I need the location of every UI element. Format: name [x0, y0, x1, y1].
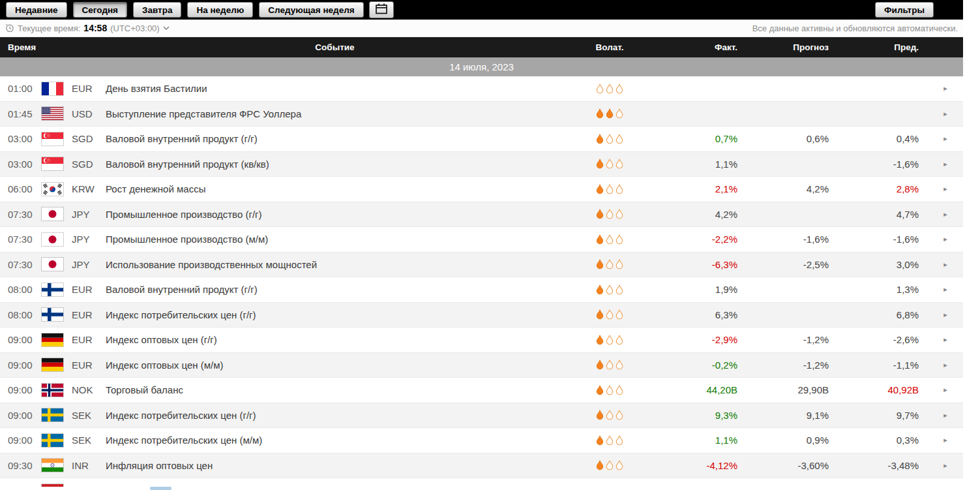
actual-value: 9,3%	[655, 410, 747, 421]
currency-code: EUR	[72, 83, 106, 94]
events-list: 01:00 EUR День взятия Бастилии ▸ 01:45 U…	[0, 76, 963, 478]
event-name[interactable]: Рост денежной массы	[106, 183, 564, 194]
toolbar-tab[interactable]: Завтра	[133, 2, 181, 18]
currency-code: EUR	[72, 284, 106, 295]
currency-code: NOK	[72, 384, 106, 395]
event-name[interactable]: Валовой внутренний продукт (г/г)	[106, 284, 564, 295]
row-detail-arrow-icon[interactable]: ▸	[928, 335, 963, 344]
event-name[interactable]: Индекс потребительских цен (м/м)	[106, 435, 564, 446]
row-detail-arrow-icon[interactable]: ▸	[928, 185, 963, 193]
event-row[interactable]: 01:45 USD Выступление представителя ФРС …	[0, 102, 963, 127]
event-name[interactable]: Валовой внутренний продукт (кв/кв)	[106, 159, 564, 170]
volatility-flames-icon	[564, 259, 655, 269]
filters-button[interactable]: Фильтры	[875, 2, 934, 18]
volatility-flames-icon	[564, 385, 655, 395]
currency-code: SEK	[72, 435, 106, 446]
volatility-flames-icon	[564, 234, 655, 245]
row-detail-arrow-icon[interactable]: ▸	[928, 110, 963, 118]
row-detail-arrow-icon[interactable]: ▸	[928, 411, 963, 420]
event-name[interactable]: День взятия Бастилии	[106, 83, 564, 94]
event-row[interactable]: 09:00 SEK Индекс потребительских цен (м/…	[0, 428, 963, 453]
event-row[interactable]: 03:00 SGD Валовой внутренний продукт (кв…	[0, 152, 963, 177]
currency-code: USD	[72, 108, 106, 119]
event-time: 03:00	[0, 159, 42, 170]
event-name[interactable]: Выступление представителя ФРС Уоллера	[106, 108, 564, 119]
row-detail-arrow-icon[interactable]: ▸	[928, 436, 963, 444]
forecast-value: 29,90B	[747, 384, 838, 395]
event-row-partial[interactable]	[0, 478, 963, 487]
previous-value: 2,8%	[838, 183, 928, 194]
event-time: 08:00	[0, 284, 42, 295]
auto-update-note: Все данные активны и обновляются автомат…	[752, 23, 958, 33]
event-name[interactable]: Торговый баланс	[106, 384, 564, 395]
event-name[interactable]: Валовой внутренний продукт (г/г)	[106, 133, 564, 144]
event-time: 09:30	[0, 460, 42, 471]
actual-value: 0,7%	[655, 133, 747, 144]
toolbar-tab[interactable]: Сегодня	[73, 2, 127, 18]
row-detail-arrow-icon[interactable]: ▸	[928, 285, 963, 294]
currency-code: JPY	[72, 234, 106, 245]
event-name[interactable]: Использование производственных мощностей	[106, 259, 564, 270]
currency-code: INR	[72, 460, 106, 471]
volatility-flames-icon	[564, 335, 655, 345]
event-name[interactable]: Индекс оптовых цен (м/м)	[106, 360, 564, 371]
event-time: 09:00	[0, 384, 42, 395]
event-name[interactable]: Индекс оптовых цен (г/г)	[106, 334, 564, 345]
event-row[interactable]: 09:00 SEK Индекс потребительских цен (г/…	[0, 403, 963, 429]
event-row[interactable]: 06:00 KRW Рост денежной массы 2,1% 4,2% …	[0, 177, 963, 202]
row-detail-arrow-icon[interactable]: ▸	[928, 235, 963, 243]
row-detail-arrow-icon[interactable]: ▸	[928, 160, 963, 168]
event-name[interactable]: Инфляция оптовых цен	[106, 460, 564, 471]
event-time: 08:00	[0, 309, 42, 320]
sweden-flag-icon	[42, 408, 72, 421]
row-detail-arrow-icon[interactable]: ▸	[928, 84, 963, 93]
row-detail-arrow-icon[interactable]: ▸	[928, 210, 963, 219]
row-detail-arrow-icon[interactable]: ▸	[928, 134, 963, 143]
row-detail-arrow-icon[interactable]: ▸	[928, 461, 963, 470]
event-time: 07:30	[0, 234, 42, 245]
toolbar-tab[interactable]: Следующая неделя	[259, 2, 363, 18]
row-detail-arrow-icon[interactable]: ▸	[928, 386, 963, 394]
row-detail-arrow-icon[interactable]: ▸	[928, 311, 963, 319]
currency-code: EUR	[72, 360, 106, 371]
event-row[interactable]: 07:30 JPY Промышленное производство (г/г…	[0, 202, 963, 228]
event-name[interactable]: Промышленное производство (г/г)	[106, 209, 564, 220]
country-flag-icon	[42, 478, 72, 487]
event-row[interactable]: 03:00 SGD Валовой внутренний продукт (г/…	[0, 127, 963, 152]
actual-value: -4,12%	[655, 460, 747, 471]
event-row[interactable]: 07:30 JPY Промышленное производство (м/м…	[0, 227, 963, 253]
previous-value: -3,48%	[838, 460, 928, 471]
toolbar-tab[interactable]: Недавние	[6, 2, 67, 18]
status-bar: Текущее время: 14:58 (UTC+03:00) Все дан…	[0, 20, 963, 37]
event-time: 07:30	[0, 209, 42, 220]
forecast-value: -1,2%	[747, 360, 838, 371]
chevron-down-icon[interactable]	[163, 26, 170, 30]
event-row[interactable]: 01:00 EUR День взятия Бастилии ▸	[0, 76, 963, 102]
event-row[interactable]: 09:00 NOK Торговый баланс 44,20B 29,90B …	[0, 378, 963, 403]
event-row[interactable]: 07:30 JPY Использование производственных…	[0, 253, 963, 278]
col-header-event: Событие	[106, 42, 564, 52]
currency-code: JPY	[72, 209, 106, 220]
volatility-flames-icon	[564, 284, 655, 295]
previous-value: 0,3%	[838, 435, 928, 446]
row-detail-arrow-icon[interactable]: ▸	[928, 260, 963, 269]
currency-code: EUR	[72, 309, 106, 320]
event-row[interactable]: 08:00 EUR Индекс потребительских цен (г/…	[0, 303, 963, 328]
event-row[interactable]: 09:00 EUR Индекс оптовых цен (г/г) -2,9%…	[0, 328, 963, 353]
row-detail-arrow-icon[interactable]: ▸	[928, 361, 963, 369]
previous-value: 4,7%	[838, 209, 928, 220]
actual-value: -2,9%	[655, 334, 747, 345]
event-name[interactable]: Промышленное производство (м/м)	[106, 234, 564, 245]
event-name[interactable]: Индекс потребительских цен (г/г)	[106, 309, 564, 320]
actual-value: 1,9%	[655, 284, 747, 295]
singapore-flag-icon	[42, 132, 72, 145]
toolbar-tab[interactable]: На неделю	[187, 2, 253, 18]
event-row[interactable]: 08:00 EUR Валовой внутренний продукт (г/…	[0, 277, 963, 303]
singapore-flag-icon	[42, 157, 72, 170]
event-row[interactable]: 09:00 EUR Индекс оптовых цен (м/м) -0,2%…	[0, 353, 963, 378]
event-row[interactable]: 09:30 INR Инфляция оптовых цен -4,12% -3…	[0, 453, 963, 479]
event-name[interactable]: Индекс потребительских цен (г/г)	[106, 410, 564, 421]
calendar-picker-button[interactable]	[369, 1, 394, 18]
germany-flag-icon	[42, 358, 72, 371]
actual-value: 4,2%	[655, 209, 747, 220]
